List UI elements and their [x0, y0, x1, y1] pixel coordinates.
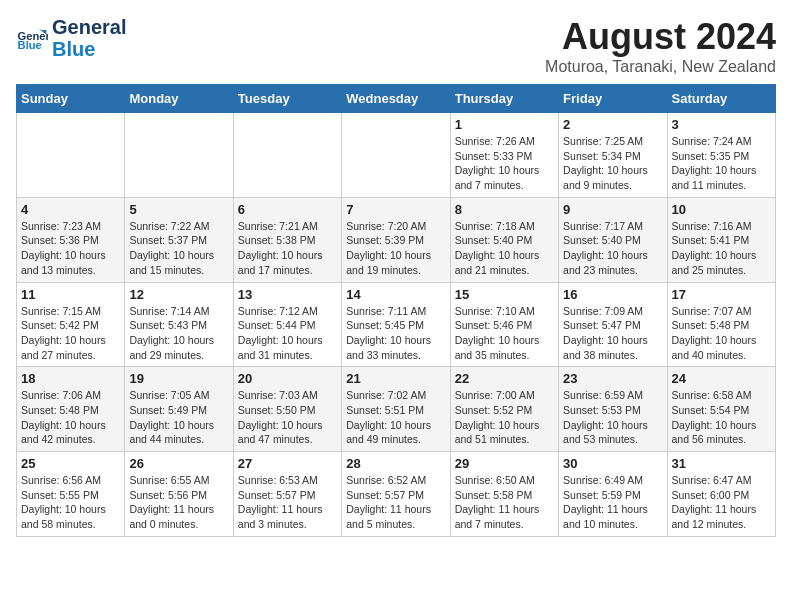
calendar-cell	[125, 113, 233, 198]
day-info: Sunrise: 7:26 AM Sunset: 5:33 PM Dayligh…	[455, 134, 554, 193]
calendar-cell: 3Sunrise: 7:24 AM Sunset: 5:35 PM Daylig…	[667, 113, 775, 198]
day-info: Sunrise: 6:53 AM Sunset: 5:57 PM Dayligh…	[238, 473, 337, 532]
week-row-5: 25Sunrise: 6:56 AM Sunset: 5:55 PM Dayli…	[17, 452, 776, 537]
calendar-cell: 30Sunrise: 6:49 AM Sunset: 5:59 PM Dayli…	[559, 452, 667, 537]
weekday-header-sunday: Sunday	[17, 85, 125, 113]
weekday-header-wednesday: Wednesday	[342, 85, 450, 113]
day-number: 5	[129, 202, 228, 217]
day-number: 9	[563, 202, 662, 217]
day-info: Sunrise: 7:12 AM Sunset: 5:44 PM Dayligh…	[238, 304, 337, 363]
day-number: 21	[346, 371, 445, 386]
calendar-cell: 29Sunrise: 6:50 AM Sunset: 5:58 PM Dayli…	[450, 452, 558, 537]
calendar-cell: 16Sunrise: 7:09 AM Sunset: 5:47 PM Dayli…	[559, 282, 667, 367]
day-info: Sunrise: 7:02 AM Sunset: 5:51 PM Dayligh…	[346, 388, 445, 447]
calendar-cell: 4Sunrise: 7:23 AM Sunset: 5:36 PM Daylig…	[17, 197, 125, 282]
calendar-cell: 24Sunrise: 6:58 AM Sunset: 5:54 PM Dayli…	[667, 367, 775, 452]
day-number: 6	[238, 202, 337, 217]
day-number: 20	[238, 371, 337, 386]
day-info: Sunrise: 7:23 AM Sunset: 5:36 PM Dayligh…	[21, 219, 120, 278]
day-info: Sunrise: 7:06 AM Sunset: 5:48 PM Dayligh…	[21, 388, 120, 447]
day-number: 23	[563, 371, 662, 386]
day-info: Sunrise: 6:58 AM Sunset: 5:54 PM Dayligh…	[672, 388, 771, 447]
day-number: 28	[346, 456, 445, 471]
day-number: 30	[563, 456, 662, 471]
calendar-cell: 26Sunrise: 6:55 AM Sunset: 5:56 PM Dayli…	[125, 452, 233, 537]
calendar-cell: 25Sunrise: 6:56 AM Sunset: 5:55 PM Dayli…	[17, 452, 125, 537]
day-number: 4	[21, 202, 120, 217]
day-number: 25	[21, 456, 120, 471]
day-number: 7	[346, 202, 445, 217]
day-info: Sunrise: 7:05 AM Sunset: 5:49 PM Dayligh…	[129, 388, 228, 447]
weekday-header-thursday: Thursday	[450, 85, 558, 113]
calendar-cell: 28Sunrise: 6:52 AM Sunset: 5:57 PM Dayli…	[342, 452, 450, 537]
day-number: 1	[455, 117, 554, 132]
day-number: 29	[455, 456, 554, 471]
day-number: 16	[563, 287, 662, 302]
calendar-cell	[17, 113, 125, 198]
weekday-header-saturday: Saturday	[667, 85, 775, 113]
day-info: Sunrise: 7:16 AM Sunset: 5:41 PM Dayligh…	[672, 219, 771, 278]
day-number: 22	[455, 371, 554, 386]
calendar-cell: 21Sunrise: 7:02 AM Sunset: 5:51 PM Dayli…	[342, 367, 450, 452]
week-row-2: 4Sunrise: 7:23 AM Sunset: 5:36 PM Daylig…	[17, 197, 776, 282]
calendar-cell	[342, 113, 450, 198]
day-number: 2	[563, 117, 662, 132]
weekday-header-friday: Friday	[559, 85, 667, 113]
day-info: Sunrise: 7:24 AM Sunset: 5:35 PM Dayligh…	[672, 134, 771, 193]
day-info: Sunrise: 7:14 AM Sunset: 5:43 PM Dayligh…	[129, 304, 228, 363]
calendar-cell: 6Sunrise: 7:21 AM Sunset: 5:38 PM Daylig…	[233, 197, 341, 282]
day-number: 18	[21, 371, 120, 386]
day-info: Sunrise: 7:18 AM Sunset: 5:40 PM Dayligh…	[455, 219, 554, 278]
calendar-cell: 23Sunrise: 6:59 AM Sunset: 5:53 PM Dayli…	[559, 367, 667, 452]
weekday-header-row: SundayMondayTuesdayWednesdayThursdayFrid…	[17, 85, 776, 113]
calendar-cell: 12Sunrise: 7:14 AM Sunset: 5:43 PM Dayli…	[125, 282, 233, 367]
calendar-cell	[233, 113, 341, 198]
weekday-header-tuesday: Tuesday	[233, 85, 341, 113]
week-row-4: 18Sunrise: 7:06 AM Sunset: 5:48 PM Dayli…	[17, 367, 776, 452]
day-number: 13	[238, 287, 337, 302]
location-title: Moturoa, Taranaki, New Zealand	[545, 58, 776, 76]
day-info: Sunrise: 6:50 AM Sunset: 5:58 PM Dayligh…	[455, 473, 554, 532]
day-number: 17	[672, 287, 771, 302]
calendar-cell: 14Sunrise: 7:11 AM Sunset: 5:45 PM Dayli…	[342, 282, 450, 367]
day-info: Sunrise: 7:22 AM Sunset: 5:37 PM Dayligh…	[129, 219, 228, 278]
day-info: Sunrise: 6:52 AM Sunset: 5:57 PM Dayligh…	[346, 473, 445, 532]
weekday-header-monday: Monday	[125, 85, 233, 113]
calendar-cell: 5Sunrise: 7:22 AM Sunset: 5:37 PM Daylig…	[125, 197, 233, 282]
day-info: Sunrise: 6:59 AM Sunset: 5:53 PM Dayligh…	[563, 388, 662, 447]
title-area: August 2024 Moturoa, Taranaki, New Zeala…	[545, 16, 776, 76]
page-header: General Blue General Blue August 2024 Mo…	[16, 16, 776, 76]
svg-text:Blue: Blue	[18, 39, 42, 51]
calendar-cell: 22Sunrise: 7:00 AM Sunset: 5:52 PM Dayli…	[450, 367, 558, 452]
logo: General Blue General Blue	[16, 16, 126, 60]
day-info: Sunrise: 7:09 AM Sunset: 5:47 PM Dayligh…	[563, 304, 662, 363]
day-number: 31	[672, 456, 771, 471]
calendar-cell: 31Sunrise: 6:47 AM Sunset: 6:00 PM Dayli…	[667, 452, 775, 537]
calendar-cell: 7Sunrise: 7:20 AM Sunset: 5:39 PM Daylig…	[342, 197, 450, 282]
calendar-table: SundayMondayTuesdayWednesdayThursdayFrid…	[16, 84, 776, 537]
calendar-cell: 20Sunrise: 7:03 AM Sunset: 5:50 PM Dayli…	[233, 367, 341, 452]
day-number: 3	[672, 117, 771, 132]
day-info: Sunrise: 7:17 AM Sunset: 5:40 PM Dayligh…	[563, 219, 662, 278]
day-info: Sunrise: 7:21 AM Sunset: 5:38 PM Dayligh…	[238, 219, 337, 278]
day-info: Sunrise: 7:07 AM Sunset: 5:48 PM Dayligh…	[672, 304, 771, 363]
day-number: 24	[672, 371, 771, 386]
day-info: Sunrise: 6:55 AM Sunset: 5:56 PM Dayligh…	[129, 473, 228, 532]
day-info: Sunrise: 6:49 AM Sunset: 5:59 PM Dayligh…	[563, 473, 662, 532]
day-info: Sunrise: 7:20 AM Sunset: 5:39 PM Dayligh…	[346, 219, 445, 278]
day-number: 11	[21, 287, 120, 302]
day-number: 26	[129, 456, 228, 471]
day-number: 12	[129, 287, 228, 302]
day-number: 14	[346, 287, 445, 302]
day-info: Sunrise: 7:00 AM Sunset: 5:52 PM Dayligh…	[455, 388, 554, 447]
day-number: 19	[129, 371, 228, 386]
day-info: Sunrise: 6:47 AM Sunset: 6:00 PM Dayligh…	[672, 473, 771, 532]
logo-blue: Blue	[52, 38, 126, 60]
day-info: Sunrise: 7:10 AM Sunset: 5:46 PM Dayligh…	[455, 304, 554, 363]
day-number: 27	[238, 456, 337, 471]
calendar-cell: 13Sunrise: 7:12 AM Sunset: 5:44 PM Dayli…	[233, 282, 341, 367]
day-info: Sunrise: 7:11 AM Sunset: 5:45 PM Dayligh…	[346, 304, 445, 363]
day-number: 8	[455, 202, 554, 217]
logo-general: General	[52, 16, 126, 38]
day-number: 10	[672, 202, 771, 217]
